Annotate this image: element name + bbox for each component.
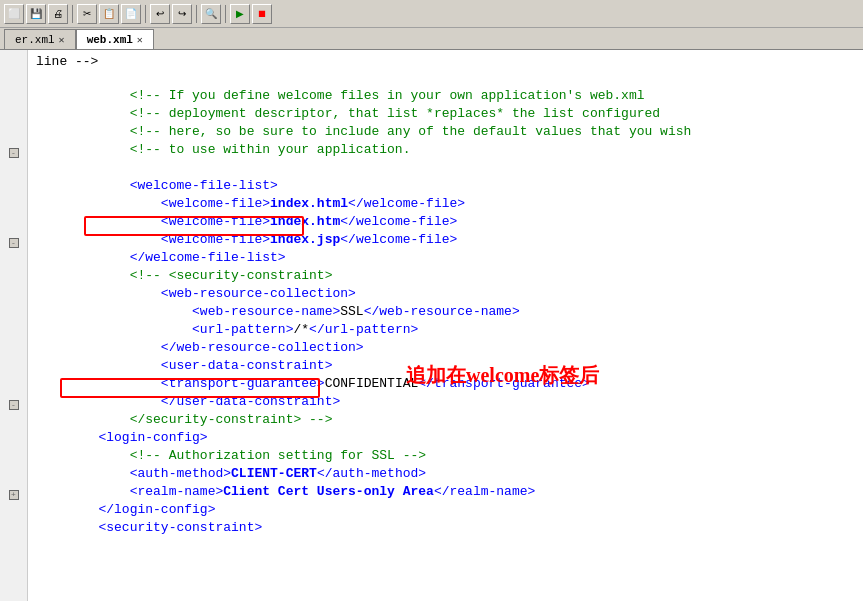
gutter-line-8	[0, 180, 27, 198]
toolbar: ⬜ 💾 🖨 ✂ 📋 📄 ↩ ↪ 🔍 ▶ ⏹	[0, 0, 863, 28]
tab-web-xml-close[interactable]: ✕	[137, 34, 143, 46]
tab-er-xml-label: er.xml	[15, 34, 55, 46]
code-line-6: <welcome-file-list>	[36, 159, 855, 177]
separator-1	[72, 5, 73, 23]
toolbar-btn-new[interactable]: ⬜	[4, 4, 24, 24]
tab-er-xml[interactable]: er.xml ✕	[4, 29, 76, 49]
gutter-line-1	[0, 54, 27, 72]
toolbar-btn-stop[interactable]: ⏹	[252, 4, 272, 24]
annotation-welcome-label: 追加在welcome标签后	[406, 362, 599, 389]
gutter-line-16	[0, 324, 27, 342]
gutter-line-14	[0, 288, 27, 306]
toolbar-btn-run[interactable]: ▶	[230, 4, 250, 24]
gutter-line-17	[0, 342, 27, 360]
gutter-line-23	[0, 450, 27, 468]
code-area[interactable]: line --> 追加在welcome标签后 <!-- If you defin…	[28, 50, 863, 601]
gutter: - - - +	[0, 50, 28, 601]
toolbar-btn-undo[interactable]: ↩	[150, 4, 170, 24]
gutter-line-13	[0, 270, 27, 288]
gutter-line-5	[0, 126, 27, 144]
gutter-fold-2[interactable]: -	[0, 234, 27, 252]
gutter-line-10	[0, 216, 27, 234]
gutter-line-22	[0, 432, 27, 450]
gutter-line-15	[0, 306, 27, 324]
code-line-1: <!-- If you define welcome files in your…	[36, 69, 855, 87]
toolbar-btn-cut[interactable]: ✂	[77, 4, 97, 24]
gutter-line-2	[0, 72, 27, 90]
gutter-line-12	[0, 252, 27, 270]
toolbar-btn-redo[interactable]: ↪	[172, 4, 192, 24]
gutter-line-9	[0, 198, 27, 216]
toolbar-btn-copy[interactable]: 📋	[99, 4, 119, 24]
gutter-line-7	[0, 162, 27, 180]
gutter-line-21	[0, 414, 27, 432]
tab-bar: er.xml ✕ web.xml ✕	[0, 28, 863, 50]
gutter-line-4	[0, 108, 27, 126]
gutter-fold-4[interactable]: +	[0, 486, 27, 504]
tab-web-xml-label: web.xml	[87, 34, 133, 46]
toolbar-btn-paste[interactable]: 📄	[121, 4, 141, 24]
separator-4	[225, 5, 226, 23]
gutter-fold-3[interactable]: -	[0, 396, 27, 414]
gutter-line-3	[0, 90, 27, 108]
toolbar-btn-find[interactable]: 🔍	[201, 4, 221, 24]
code-content: line --> 追加在welcome标签后 <!-- If you defin…	[36, 54, 855, 519]
toolbar-btn-print[interactable]: 🖨	[48, 4, 68, 24]
gutter-fold-1[interactable]: -	[0, 144, 27, 162]
toolbar-btn-save[interactable]: 💾	[26, 4, 46, 24]
editor-container: - - - + line --> 追加在welcome标签后	[0, 50, 863, 601]
tab-web-xml[interactable]: web.xml ✕	[76, 29, 154, 49]
gutter-line-24	[0, 468, 27, 486]
separator-3	[196, 5, 197, 23]
tab-er-xml-close[interactable]: ✕	[59, 34, 65, 46]
separator-2	[145, 5, 146, 23]
gutter-line-18	[0, 360, 27, 378]
gutter-line-19	[0, 378, 27, 396]
